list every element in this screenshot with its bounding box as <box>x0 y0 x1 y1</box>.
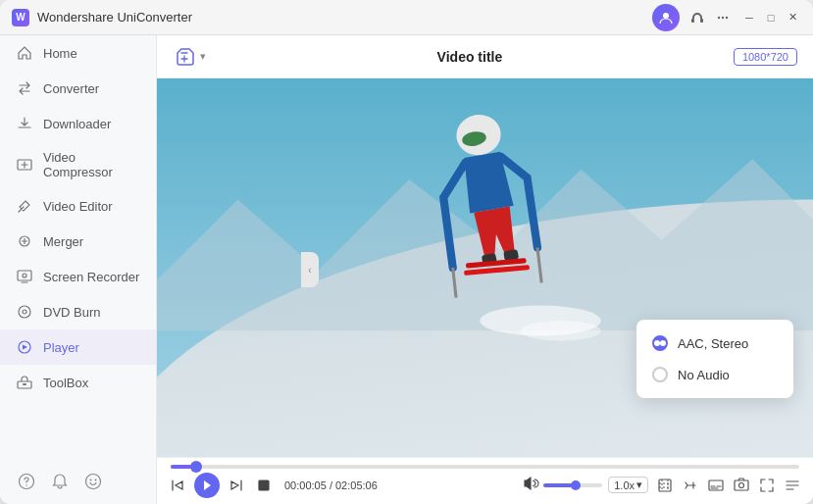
sidebar: Home Converter Downloader <box>0 35 157 504</box>
speed-button[interactable]: 1.0x ▾ <box>608 477 648 493</box>
svg-rect-33 <box>659 479 671 491</box>
sidebar-item-converter[interactable]: Converter <box>0 71 156 106</box>
content-header: ▾ Video title 1080*720 <box>157 35 813 78</box>
sidebar-item-video-compressor-label: Video Compressor <box>43 150 140 179</box>
no-audio-label: No Audio <box>678 368 730 382</box>
maximize-button[interactable]: □ <box>762 9 780 26</box>
sidebar-item-downloader[interactable]: Downloader <box>0 106 156 141</box>
svg-point-43 <box>739 482 744 487</box>
player-icon <box>16 338 33 356</box>
main-layout: Home Converter Downloader <box>0 35 813 504</box>
svg-rect-2 <box>700 19 703 23</box>
crop-button[interactable] <box>654 475 676 496</box>
time-display: 00:00:05 / 02:05:06 <box>284 479 378 491</box>
sidebar-item-screen-recorder-label: Screen Recorder <box>43 270 139 284</box>
playlist-button[interactable] <box>782 475 803 496</box>
progress-track[interactable] <box>171 465 799 469</box>
dvd-burn-icon <box>16 303 33 321</box>
aac-stereo-label: AAC, Stereo <box>678 336 748 351</box>
skip-forward-button[interactable] <box>226 475 247 496</box>
stop-button[interactable] <box>253 475 275 496</box>
volume-track[interactable] <box>543 483 602 487</box>
add-media-button[interactable]: ▾ <box>173 45 206 69</box>
app-title: Wondershare UniConverter <box>37 10 192 25</box>
audio-track-button[interactable] <box>680 475 701 496</box>
progress-bar-container <box>157 465 813 469</box>
speed-arrow: ▾ <box>636 479 642 491</box>
audio-option-no-audio[interactable]: No Audio <box>636 359 793 390</box>
play-button[interactable] <box>194 473 220 498</box>
no-audio-radio[interactable] <box>652 367 668 382</box>
sidebar-item-downloader-label: Downloader <box>43 117 111 131</box>
player-controls: 00:00:05 / 02:05:06 <box>157 457 813 504</box>
sidebar-item-toolbox[interactable]: ToolBox <box>0 365 156 400</box>
sidebar-item-video-editor[interactable]: Video Editor <box>0 188 156 224</box>
skip-back-button[interactable] <box>167 475 188 496</box>
fullscreen-button[interactable] <box>756 475 778 496</box>
close-button[interactable]: ✕ <box>784 9 801 26</box>
sidebar-item-video-compressor[interactable]: Video Compressor <box>0 141 156 188</box>
add-button-arrow: ▾ <box>200 50 206 63</box>
resolution-badge[interactable]: 1080*720 <box>734 48 797 66</box>
svg-point-17 <box>86 475 101 489</box>
app-window: W Wondershare UniConverter <box>0 0 813 504</box>
sidebar-item-player[interactable]: Player <box>0 329 156 365</box>
sidebar-item-merger[interactable]: Merger <box>0 224 156 259</box>
svg-point-31 <box>521 321 601 341</box>
svg-point-19 <box>95 479 97 481</box>
sidebar-item-dvd-burn-label: DVD Burn <box>43 305 101 320</box>
controls-row: 00:00:05 / 02:05:06 <box>157 473 813 498</box>
svg-rect-8 <box>18 271 31 280</box>
sidebar-item-player-label: Player <box>43 340 79 355</box>
downloader-icon <box>16 115 33 132</box>
sidebar-item-toolbox-label: ToolBox <box>43 376 88 390</box>
aac-stereo-radio[interactable] <box>652 335 668 351</box>
video-area: AAC, Stereo No Audio <box>157 78 813 457</box>
screen-recorder-icon <box>16 268 33 285</box>
sidebar-item-dvd-burn[interactable]: DVD Burn <box>0 294 156 329</box>
progress-thumb[interactable] <box>190 461 202 473</box>
svg-point-4 <box>722 16 724 18</box>
menu-icon[interactable] <box>715 10 731 25</box>
notifications-icon[interactable] <box>49 471 71 492</box>
svg-point-3 <box>718 16 720 18</box>
title-bar-left: W Wondershare UniConverter <box>12 9 192 26</box>
headset-icon[interactable] <box>689 10 705 25</box>
volume-thumb[interactable] <box>571 480 581 490</box>
screenshot-button[interactable] <box>731 475 752 496</box>
svg-point-16 <box>25 484 26 485</box>
sidebar-collapse-button[interactable]: ‹ <box>301 252 319 287</box>
toolbox-icon <box>16 374 33 391</box>
volume-icon[interactable] <box>524 476 539 494</box>
audio-option-aac-stereo[interactable]: AAC, Stereo <box>636 328 793 359</box>
subtitle-button[interactable] <box>705 475 727 496</box>
right-controls <box>654 475 803 496</box>
sidebar-item-home[interactable]: Home <box>0 35 156 71</box>
svg-rect-32 <box>259 480 269 490</box>
svg-point-11 <box>23 310 26 314</box>
minimize-button[interactable]: ─ <box>740 9 758 26</box>
svg-rect-14 <box>23 383 26 385</box>
feedback-icon[interactable] <box>82 471 104 492</box>
sidebar-item-video-editor-label: Video Editor <box>43 199 113 214</box>
help-icon[interactable] <box>16 471 37 492</box>
home-icon <box>16 44 33 62</box>
svg-point-5 <box>726 16 728 18</box>
svg-point-18 <box>90 479 92 481</box>
video-title: Video title <box>437 49 503 65</box>
svg-rect-1 <box>691 19 694 23</box>
merger-icon <box>16 232 33 250</box>
window-controls: ─ □ ✕ <box>740 9 801 26</box>
title-bar-right: ─ □ ✕ <box>652 4 801 31</box>
user-avatar-icon[interactable] <box>652 4 680 31</box>
sidebar-bottom <box>0 459 156 504</box>
svg-rect-42 <box>735 480 748 490</box>
volume-area <box>524 476 602 494</box>
video-editor-icon <box>16 197 33 215</box>
title-bar: W Wondershare UniConverter <box>0 0 813 35</box>
sidebar-item-home-label: Home <box>43 46 77 61</box>
svg-point-0 <box>663 13 669 19</box>
sidebar-item-screen-recorder[interactable]: Screen Recorder <box>0 259 156 294</box>
audio-dropdown: AAC, Stereo No Audio <box>636 320 793 398</box>
content-area: ▾ Video title 1080*720 <box>157 35 813 504</box>
